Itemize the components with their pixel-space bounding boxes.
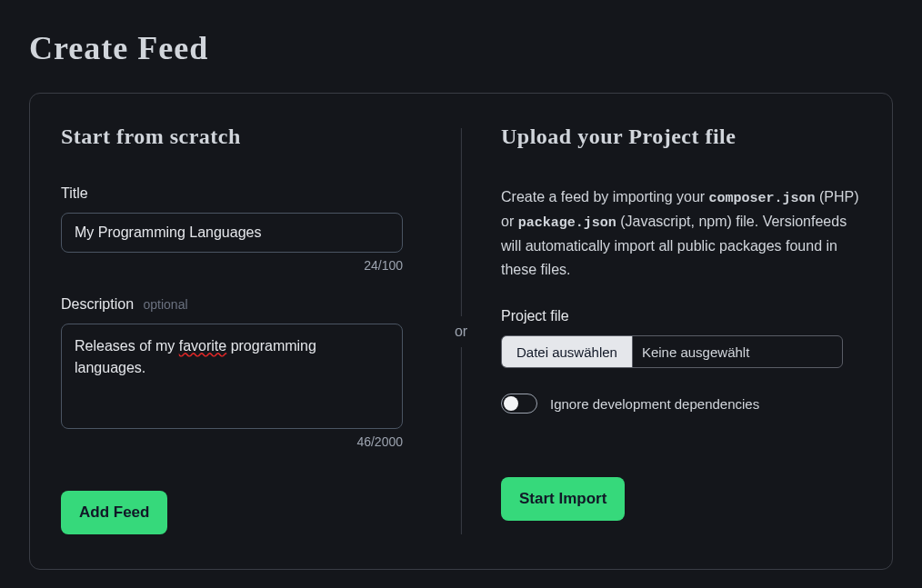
title-label: Title [61,185,421,202]
description-input[interactable]: Releases of my favorite programming lang… [61,324,403,429]
description-counter: 46/2000 [61,434,403,449]
upload-project-column: Upload your Project file Create a feed b… [448,125,861,534]
file-status: Keine ausgewählt [633,336,758,367]
ignore-dev-deps-toggle[interactable] [501,394,537,414]
column-divider: or [455,128,467,534]
title-field: Title 24/100 [61,185,421,273]
package-json-code: package.json [518,215,616,231]
create-feed-panel: Start from scratch Title 24/100 Descript… [29,93,893,570]
or-separator: or [455,316,467,347]
spellcheck-error: favorite [179,338,226,354]
file-input[interactable]: Datei auswählen Keine ausgewählt [501,335,843,368]
ignore-dev-deps-row: Ignore development dependencies [501,394,861,414]
add-feed-button[interactable]: Add Feed [61,491,167,534]
project-file-label: Project file [501,308,861,324]
choose-file-button[interactable]: Datei auswählen [502,336,633,367]
page-title: Create Feed [29,29,893,67]
description-field: Description optional Releases of my favo… [61,296,421,449]
start-from-scratch-column: Start from scratch Title 24/100 Descript… [61,125,448,534]
upload-heading: Upload your Project file [501,125,861,149]
ignore-dev-deps-label: Ignore development dependencies [550,396,759,412]
upload-description: Create a feed by importing your composer… [501,185,861,281]
optional-tag: optional [143,297,187,312]
start-import-button[interactable]: Start Import [501,477,625,521]
composer-json-code: composer.json [709,191,816,206]
title-counter: 24/100 [61,258,403,273]
title-input[interactable] [61,213,403,253]
description-label: Description optional [61,296,421,313]
scratch-heading: Start from scratch [61,125,421,149]
